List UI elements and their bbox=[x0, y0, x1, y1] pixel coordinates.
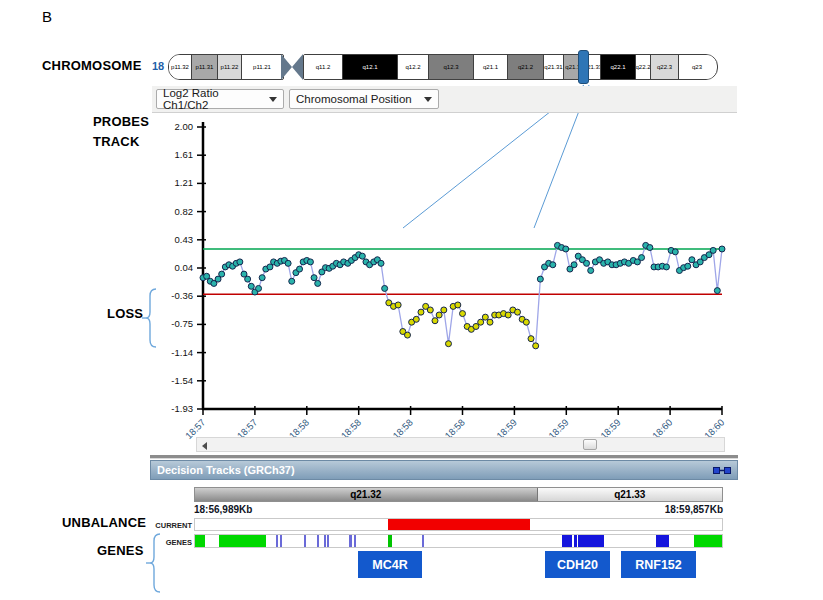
band-q11.2[interactable]: q11.2 bbox=[304, 55, 343, 79]
decision-band-q21.33[interactable]: q21.33 bbox=[538, 488, 722, 501]
chevron-down-icon bbox=[269, 97, 277, 102]
ratio-dropdown-value: Log2 Ratio Ch1/Ch2 bbox=[163, 87, 263, 111]
probes-track-chart: 2.001.611.210.820.430.04-0.36-0.75-1.14-… bbox=[140, 112, 740, 442]
link-tracks-icon[interactable] bbox=[713, 465, 731, 476]
band-p11.31[interactable]: p11.31 bbox=[192, 55, 218, 79]
gene-segment bbox=[276, 535, 278, 547]
probe-point-loss bbox=[445, 341, 451, 347]
band-p11.21[interactable]: p11.21 bbox=[242, 55, 282, 79]
chevron-down-icon bbox=[424, 97, 432, 102]
centromere-icon bbox=[281, 54, 303, 80]
y-tick-label: -1.93 bbox=[171, 403, 193, 414]
probe-point bbox=[256, 285, 262, 291]
ratio-dropdown[interactable]: Log2 Ratio Ch1/Ch2 bbox=[156, 89, 284, 109]
probe-point-loss bbox=[478, 319, 484, 325]
y-tick-label: 1.61 bbox=[175, 149, 194, 160]
y-tick-label: 0.04 bbox=[175, 262, 194, 273]
position-dropdown[interactable]: Chromosomal Position bbox=[289, 89, 439, 109]
band-q22.3[interactable]: q22.3 bbox=[651, 55, 679, 79]
probe-point bbox=[285, 260, 291, 266]
region-selection-marker[interactable] bbox=[578, 50, 589, 84]
current-track-bar bbox=[194, 518, 723, 531]
chromosome-number: 18 bbox=[152, 60, 164, 72]
probe-point bbox=[311, 275, 317, 281]
decision-band-q21.32[interactable]: q21.32 bbox=[195, 488, 538, 501]
region-start-coordinate: 18:56,989Kb bbox=[194, 504, 252, 515]
gene-segment bbox=[317, 535, 319, 547]
gene-button-CDH20[interactable]: CDH20 bbox=[545, 551, 610, 578]
band-q12.2[interactable]: q12.2 bbox=[398, 55, 429, 79]
probe-point bbox=[297, 266, 303, 272]
band-p11.32[interactable]: p11.32 bbox=[169, 55, 192, 79]
y-tick-label: -0.75 bbox=[171, 318, 193, 329]
y-tick-label: -0.36 bbox=[171, 290, 193, 301]
probe-point-loss bbox=[404, 332, 410, 338]
y-tick-label: 2.00 bbox=[175, 121, 194, 132]
decision-tracks-title: Decision Tracks (GRCh37) bbox=[157, 464, 713, 476]
probe-point-loss bbox=[441, 307, 447, 313]
probe-point bbox=[245, 276, 251, 282]
probe-point-loss bbox=[432, 318, 438, 324]
probe-point bbox=[537, 276, 543, 282]
gene-button-MC4R[interactable]: MC4R bbox=[358, 551, 422, 578]
probe-point-loss bbox=[427, 307, 433, 313]
gene-segment bbox=[349, 535, 351, 547]
probe-point-loss bbox=[436, 312, 442, 318]
band-q12.1[interactable]: q12.1 bbox=[343, 55, 398, 79]
probe-point-loss bbox=[533, 343, 539, 349]
probe-point bbox=[588, 268, 594, 274]
gene-segment bbox=[354, 535, 356, 547]
decision-tracks-header[interactable]: Decision Tracks (GRCh37) bbox=[150, 460, 738, 480]
probe-point bbox=[672, 249, 678, 255]
cytoband-bar[interactable]: q21.32q21.33 bbox=[194, 487, 723, 502]
scroll-left-arrow-icon[interactable] bbox=[202, 442, 207, 450]
probe-point-loss bbox=[395, 302, 401, 308]
gene-segment bbox=[304, 535, 306, 547]
gene-segment bbox=[219, 535, 266, 547]
probe-point-loss bbox=[528, 336, 534, 342]
chromosome-ideogram[interactable]: 18 p11.32p11.31p11.22p11.21 q11.2q12.1q1… bbox=[152, 50, 732, 84]
probe-point bbox=[710, 247, 716, 253]
region-coordinates: 18:56,989Kb 18:59,857Kb bbox=[194, 504, 723, 516]
band-q21.2[interactable]: q21.2 bbox=[508, 55, 544, 79]
band-q21.1[interactable]: q21.1 bbox=[474, 55, 508, 79]
probe-point bbox=[550, 262, 556, 268]
probe-point-loss bbox=[418, 309, 424, 315]
unbalance-annotation-label: UNBALANCE bbox=[62, 515, 146, 530]
ideogram-p-arm[interactable]: p11.32p11.31p11.22p11.21 bbox=[168, 54, 284, 80]
current-track-label: CURRENT bbox=[150, 521, 192, 530]
probe-point bbox=[663, 264, 669, 270]
scrollbar-thumb[interactable] bbox=[583, 439, 597, 450]
gene-segment bbox=[656, 535, 669, 547]
band-q22.1[interactable]: q22.1 bbox=[601, 55, 636, 79]
y-tick-label: 0.82 bbox=[175, 206, 194, 217]
y-tick-label: 1.21 bbox=[175, 177, 194, 188]
ideogram-q-arm[interactable]: q11.2q12.1q12.2q12.3q21.1q21.2q21.31q21.… bbox=[303, 54, 718, 80]
y-tick-label: 0.43 bbox=[175, 234, 194, 245]
probe-point bbox=[248, 283, 254, 289]
current-unbalance-segment bbox=[388, 519, 529, 530]
probe-point bbox=[315, 280, 321, 286]
gene-segment bbox=[694, 535, 722, 547]
band-q12.3[interactable]: q12.3 bbox=[429, 55, 474, 79]
gene-segment bbox=[574, 535, 576, 547]
probe-point bbox=[647, 245, 653, 251]
band-q22.2[interactable]: q22.2 bbox=[636, 55, 651, 79]
probe-point-loss bbox=[482, 314, 488, 320]
probe-point bbox=[689, 257, 695, 263]
probe-point-loss bbox=[505, 312, 511, 318]
band-p11.22[interactable]: p11.22 bbox=[218, 55, 242, 79]
section-divider bbox=[150, 455, 738, 459]
probe-point bbox=[307, 259, 313, 265]
gene-button-RNF152[interactable]: RNF152 bbox=[621, 551, 696, 578]
loss-annotation-label: LOSS bbox=[107, 306, 143, 321]
probe-point-loss bbox=[455, 302, 461, 308]
probe-point bbox=[685, 263, 691, 269]
probe-point bbox=[259, 275, 265, 281]
region-end-coordinate: 18:59,857Kb bbox=[665, 504, 723, 515]
band-q21.31[interactable]: q21.31 bbox=[544, 55, 564, 79]
horizontal-scrollbar[interactable] bbox=[196, 437, 725, 452]
band-q23[interactable]: q23 bbox=[679, 55, 715, 79]
probe-point bbox=[639, 255, 645, 261]
probe-point bbox=[219, 271, 225, 277]
